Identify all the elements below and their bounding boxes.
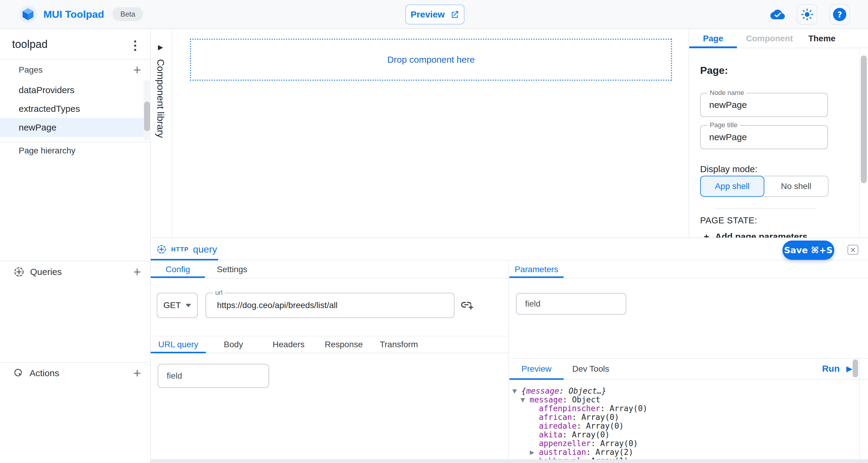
json-preview-tree: ▼{message: Object…} ▼message: Object aff… (513, 380, 855, 463)
page-heading: Page: (700, 64, 728, 76)
actions-section-header: Actions + (13, 367, 141, 380)
queries-label: Queries (30, 267, 133, 277)
active-tab-indicator (151, 276, 205, 278)
actions-click-icon (13, 368, 24, 379)
tab-headers[interactable]: Headers (261, 336, 316, 353)
tab-config[interactable]: Config (151, 261, 205, 278)
preview-button[interactable]: Preview (405, 4, 464, 24)
json-tree-row: akita: Array(0) (513, 430, 855, 439)
tab-component[interactable]: Component (737, 29, 802, 48)
horizontal-scrollbar-track[interactable] (151, 459, 868, 463)
json-tree-row: airedale: Array(0) (513, 422, 855, 430)
query-result-panel: Parameters Preview Dev Tools Run ▶ (509, 261, 868, 463)
toolpad-logo-icon (19, 5, 37, 23)
tab-url-query[interactable]: URL query (151, 336, 206, 353)
app-title: MUI Toolpad (43, 8, 104, 20)
tab-settings[interactable]: Settings (205, 261, 259, 278)
project-menu-button[interactable] (132, 38, 138, 53)
divider (0, 59, 150, 60)
divider (0, 362, 150, 363)
display-mode-no-shell[interactable]: No shell (764, 176, 829, 197)
tab-theme[interactable]: Theme (802, 29, 842, 48)
add-action-button[interactable]: + (133, 367, 141, 380)
brightness-sun-icon (801, 8, 813, 21)
tab-response[interactable]: Response (316, 336, 371, 353)
project-title: toolpad (12, 38, 48, 51)
theme-toggle-button[interactable] (797, 4, 817, 25)
pages-scrollbar-thumb[interactable] (144, 101, 150, 131)
expand-arrow-icon[interactable]: ▶ (530, 449, 539, 456)
json-tree-row: ▼message: Object (513, 395, 855, 404)
header-actions: ? (770, 0, 850, 29)
active-tab-indicator (151, 259, 218, 260)
component-library-panel[interactable]: ▶ Component library (151, 29, 173, 238)
tab-preview[interactable]: Preview (509, 359, 564, 379)
url-query-input[interactable] (158, 364, 269, 387)
save-button[interactable]: Save ⌘+S (782, 241, 834, 260)
add-link-icon[interactable] (460, 298, 474, 312)
mui-toolpad-app: MUI Toolpad Beta Preview (0, 0, 868, 463)
display-mode-label: Display mode: (700, 164, 757, 174)
active-tab-indicator (509, 276, 564, 278)
app-header: MUI Toolpad Beta Preview (0, 0, 868, 29)
parameter-input[interactable] (517, 294, 626, 314)
open-in-new-icon (450, 10, 459, 19)
preview-tabs: Preview Dev Tools Run ▶ (509, 359, 868, 380)
node-name-input[interactable] (701, 93, 827, 116)
page-state-label: PAGE STATE: (700, 216, 757, 225)
preview-section: Preview Dev Tools Run ▶ ▼{message: Objec… (509, 358, 868, 463)
sidebar-item-newpage[interactable]: newPage (0, 118, 144, 137)
inspector-scrollbar-thumb[interactable] (861, 56, 867, 183)
actions-label: Actions (30, 368, 133, 378)
add-page-button[interactable]: + (133, 63, 141, 76)
divider (715, 208, 816, 209)
page-canvas: Drop component here (173, 29, 689, 238)
request-detail-tabs: URL query Body Headers Response Transfor… (151, 336, 508, 353)
close-icon: × (850, 246, 856, 254)
query-editor-panel: HTTP query Save ⌘+S × Config Settings GE… (151, 238, 868, 463)
tab-body[interactable]: Body (206, 336, 261, 353)
cloud-synced-icon (770, 8, 785, 21)
display-mode-app-shell[interactable]: App shell (700, 176, 764, 197)
inspector-panel: Page Component Theme Page: Node name Pag… (689, 29, 868, 238)
inspector-scroll-gutter (859, 48, 860, 238)
add-query-button[interactable]: + (133, 265, 141, 279)
drop-zone[interactable]: Drop component here (190, 38, 672, 81)
page-title-input[interactable] (701, 126, 827, 149)
expand-library-icon[interactable]: ▶ (158, 43, 163, 51)
parameter-field (516, 293, 626, 315)
url-input[interactable] (206, 293, 454, 317)
node-name-field: Node name (700, 93, 828, 117)
add-page-parameters-button[interactable]: + Add page parameters (704, 232, 807, 238)
help-button[interactable]: ? (830, 4, 850, 25)
query-tab[interactable]: HTTP query (151, 238, 218, 260)
json-tree-row: appenzeller: Array(0) (513, 439, 855, 447)
collapse-arrow-icon[interactable]: ▼ (521, 396, 530, 403)
tab-page[interactable]: Page (689, 29, 737, 48)
query-icon (156, 244, 167, 255)
sidebar-item-extractedtypes[interactable]: extractedTypes (0, 99, 144, 118)
plus-icon: + (704, 232, 709, 238)
config-tabs: Config Settings (151, 261, 508, 279)
query-config-panel: Config Settings GET url (151, 261, 509, 463)
tab-parameters[interactable]: Parameters (509, 261, 564, 278)
result-scrollbar-thumb[interactable] (852, 359, 858, 377)
http-badge: HTTP (171, 246, 189, 253)
component-library-label: Component library (155, 59, 166, 138)
explorer-sidebar: toolpad Pages + dataProviders extractedT… (0, 29, 151, 463)
collapse-arrow-icon[interactable]: ▼ (513, 388, 521, 394)
beta-badge: Beta (113, 7, 143, 21)
run-button[interactable]: Run ▶ (822, 364, 852, 374)
active-tab-indicator (689, 47, 737, 48)
tab-dev-tools[interactable]: Dev Tools (564, 359, 618, 379)
display-mode-toggle: App shell No shell (700, 176, 829, 197)
tab-transform[interactable]: Transform (371, 336, 427, 353)
pages-section-header: Pages + (19, 63, 141, 76)
sidebar-item-dataproviders[interactable]: dataProviders (0, 81, 144, 99)
pages-label: Pages (19, 65, 42, 75)
json-tree-row: ▶australian: Array(2) (513, 447, 855, 456)
drop-placeholder: Drop component here (387, 55, 475, 65)
close-panel-button[interactable]: × (847, 245, 858, 255)
queries-section-header: Queries + (13, 265, 141, 279)
http-method-select[interactable]: GET (157, 293, 198, 318)
